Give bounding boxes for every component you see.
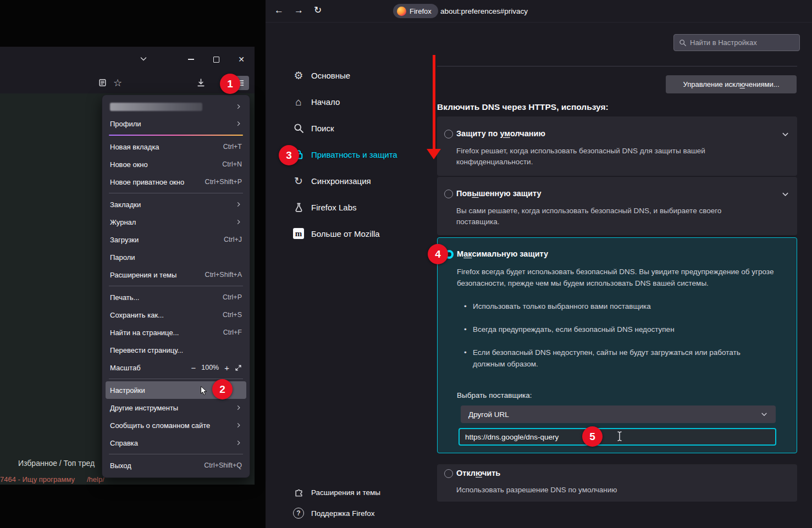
- option-increased-title: Повышенную защиту: [456, 189, 542, 198]
- menu-divider: [109, 286, 243, 286]
- option-default-title: Защиту по умолчанию: [456, 129, 545, 138]
- navigation-bar: ← → ↻ Firefox about:preferences#privacy: [266, 0, 812, 23]
- text-cursor-icon: [616, 431, 623, 444]
- manage-exceptions-button[interactable]: Управление исключениями...: [666, 75, 797, 93]
- forward-icon[interactable]: →: [294, 5, 303, 15]
- step-badge-3: 3: [279, 145, 299, 165]
- dns-option-default-card[interactable]: Защиту по умолчанию Firefox решает, когд…: [437, 116, 797, 176]
- menu-item-new-window[interactable]: Новое окно Ctrl+N: [102, 155, 250, 173]
- puzzle-icon: [292, 488, 305, 497]
- red-arrow-head: [427, 149, 441, 159]
- menu-item-passwords[interactable]: Пароли: [102, 248, 250, 266]
- menu-divider: [109, 193, 243, 193]
- left-window-titlebar: ✕: [0, 47, 255, 73]
- radio-increased-protection[interactable]: [444, 190, 453, 198]
- option-increased-description: Вы сами решаете, когда использовать безо…: [456, 205, 764, 227]
- menu-item-new-private-window[interactable]: Новое приватное окно Ctrl+Shift+P: [102, 173, 250, 191]
- breadcrumb[interactable]: Избранное / Топ тред: [18, 459, 95, 468]
- zoom-in-button[interactable]: +: [224, 364, 229, 372]
- radio-default-protection[interactable]: [444, 130, 453, 138]
- menu-item-print[interactable]: Печать... Ctrl+P: [102, 288, 250, 306]
- menu-item-new-tab[interactable]: Новая вкладка Ctrl+T: [102, 138, 250, 155]
- radio-off[interactable]: [444, 469, 453, 478]
- refresh-icon[interactable]: ↻: [314, 5, 322, 15]
- dns-over-https-heading: Включить DNS через HTTPS, используя:: [437, 102, 609, 112]
- menu-item-translate-page[interactable]: Перевести страницу...: [102, 341, 250, 359]
- downloads-icon[interactable]: [196, 78, 206, 87]
- chevron-down-icon[interactable]: [781, 190, 789, 198]
- submenu-chevron-icon: [235, 422, 242, 429]
- submenu-chevron-icon: [235, 440, 242, 446]
- redacted-text: [110, 103, 202, 111]
- menu-item-history[interactable]: Журнал: [102, 213, 250, 231]
- sync-icon: ↻: [292, 176, 305, 186]
- flask-icon: [292, 202, 305, 213]
- submenu-chevron-icon: [235, 103, 242, 110]
- settings-search[interactable]: [673, 34, 800, 51]
- sidebar-item-sync[interactable]: ↻ Синхронизация: [292, 170, 430, 192]
- menu-item-more-tools[interactable]: Другие инструменты: [102, 399, 250, 416]
- sidebar-item-firefox-support[interactable]: ? Поддержка Firefox: [292, 504, 430, 523]
- chevron-down-icon: [760, 410, 768, 418]
- help-link[interactable]: /help/: [87, 475, 104, 483]
- sidebar-item-search[interactable]: Поиск: [292, 117, 430, 139]
- submenu-chevron-icon: [235, 201, 242, 208]
- option-max-title: Максимальную защиту: [457, 249, 548, 258]
- minimize-button[interactable]: [183, 53, 198, 65]
- close-button[interactable]: ✕: [234, 53, 249, 65]
- dns-option-increased-card[interactable]: Повышенную защиту Вы сами решаете, когда…: [437, 177, 797, 235]
- chevron-down-icon[interactable]: [781, 130, 789, 138]
- mouse-pointer-icon: [200, 386, 208, 398]
- maximize-button[interactable]: [208, 53, 224, 65]
- submenu-chevron-icon: [235, 219, 242, 225]
- bullet-item: •Всегда предупреждать, если безопасный D…: [464, 324, 775, 335]
- menu-item-help[interactable]: Справка: [102, 434, 250, 452]
- sidebar-item-home[interactable]: ⌂ Начало: [292, 91, 430, 113]
- site-identity-pill[interactable]: Firefox: [393, 4, 438, 18]
- question-icon: ?: [292, 508, 305, 519]
- step-badge-2: 2: [212, 379, 233, 399]
- zoom-level[interactable]: 100%: [201, 364, 219, 371]
- dns-option-max-card[interactable]: Максимальную защиту Firefox всегда будет…: [437, 237, 797, 453]
- bookmark-star-icon[interactable]: ☆: [113, 77, 122, 89]
- maximize-icon: [213, 57, 219, 63]
- sidebar-item-privacy[interactable]: Приватность и защита: [292, 143, 430, 165]
- menu-item-bookmarks[interactable]: Закладки: [102, 196, 250, 213]
- provider-label: Выбрать поставщика:: [457, 391, 532, 399]
- bullet-item: •Если безопасный DNS недоступен, сайты н…: [464, 347, 775, 370]
- menu-item-zoom: Масштаб − 100% +: [102, 359, 250, 376]
- menu-item-account-redacted[interactable]: [102, 98, 250, 115]
- search-icon: [679, 39, 687, 47]
- menu-divider: [109, 454, 243, 454]
- sidebar-item-extensions-themes[interactable]: Расширения и темы: [292, 483, 430, 502]
- menu-divider-gradient: [109, 135, 243, 136]
- zoom-out-button[interactable]: −: [191, 364, 196, 372]
- menu-item-profiles[interactable]: Профили: [102, 115, 250, 132]
- sidebar-item-firefox-labs[interactable]: Firefox Labs: [292, 196, 430, 218]
- menu-item-downloads[interactable]: Загрузки Ctrl+J: [102, 231, 250, 248]
- menu-item-extensions[interactable]: Расширения и темы Ctrl+Shift+A: [102, 266, 250, 284]
- red-arrow-line: [433, 55, 435, 149]
- thread-link[interactable]: 7464 - Ищу программу: [0, 475, 75, 483]
- menu-item-quit[interactable]: Выход Ctrl+Shift+Q: [102, 457, 250, 474]
- menu-item-report-broken-site[interactable]: Сообщить о сломанном сайте: [102, 416, 250, 434]
- sidebar-item-general[interactable]: ⚙ Основные: [292, 64, 430, 86]
- settings-search-input[interactable]: [687, 38, 799, 47]
- url-text[interactable]: about:preferences#privacy: [440, 7, 528, 15]
- sidebar-item-more-mozilla[interactable]: m Больше от Mozilla: [292, 223, 430, 244]
- home-icon: ⌂: [292, 97, 305, 107]
- firefox-logo-icon: [397, 7, 406, 16]
- submenu-chevron-icon: [235, 404, 242, 411]
- section-divider: [437, 66, 797, 66]
- fullscreen-icon[interactable]: [235, 364, 242, 371]
- menu-item-find-in-page[interactable]: Найти на странице... Ctrl+F: [102, 324, 250, 341]
- option-default-description: Firefox решает, когда использовать безоп…: [456, 146, 764, 168]
- tabs-chevron-icon[interactable]: [139, 54, 148, 63]
- dns-option-off-card[interactable]: Отключить Использовать разрешение DNS по…: [437, 464, 797, 502]
- back-icon[interactable]: ←: [274, 5, 284, 15]
- menu-item-save-as[interactable]: Сохранить как... Ctrl+S: [102, 306, 250, 324]
- settings-window: ← → ↻ Firefox about:preferences#privacy …: [266, 0, 812, 528]
- provider-select[interactable]: Другой URL: [461, 405, 776, 423]
- minimize-icon: [188, 59, 194, 60]
- reader-view-icon[interactable]: [98, 78, 107, 87]
